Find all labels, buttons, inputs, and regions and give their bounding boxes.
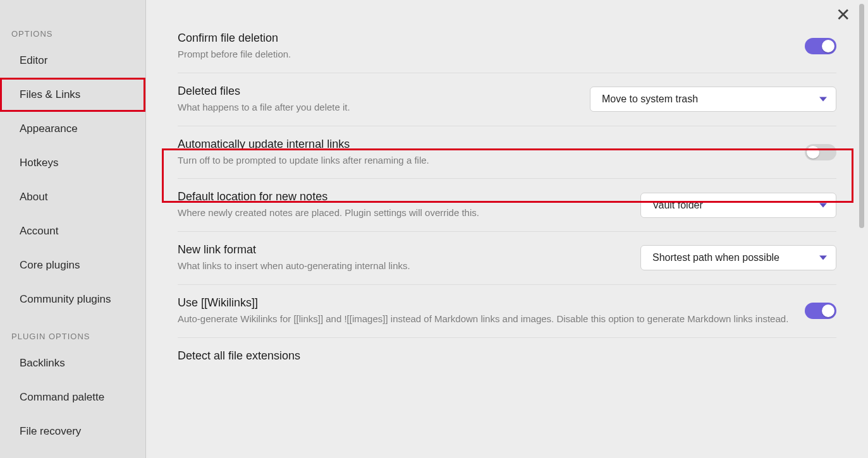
setting-new-link-format: New link format What links to insert whe… [178, 232, 836, 285]
setting-control: Vault folder [640, 193, 836, 218]
sidebar-item-core-plugins[interactable]: Core plugins [0, 248, 145, 282]
setting-text: Detect all file extensions [178, 349, 836, 365]
sidebar-section-title-options: OPTIONS [0, 21, 145, 44]
sidebar-item-label: About [20, 191, 47, 203]
dropdown-value: Vault folder [652, 200, 703, 210]
settings-sidebar: OPTIONS Editor Files & Links Appearance … [0, 0, 146, 458]
setting-control [805, 144, 836, 160]
dropdown-value: Shortest path when possible [652, 252, 779, 263]
sidebar-section-title-plugin-options: PLUGIN OPTIONS [0, 324, 145, 346]
sidebar-item-files-links[interactable]: Files & Links [0, 78, 145, 112]
sidebar-item-account[interactable]: Account [0, 214, 145, 248]
sidebar-item-label: Backlinks [20, 357, 65, 369]
settings-content: ✕ Confirm file deletion Prompt before fi… [146, 0, 868, 458]
link-format-dropdown[interactable]: Shortest path when possible [640, 245, 836, 270]
setting-desc: Where newly created notes are placed. Pl… [178, 206, 625, 220]
setting-detect-extensions: Detect all file extensions [178, 338, 836, 377]
sidebar-item-appearance[interactable]: Appearance [0, 112, 145, 146]
setting-control [805, 303, 836, 319]
setting-title: New link format [178, 243, 625, 256]
setting-deleted-files: Deleted files What happens to a file aft… [178, 73, 836, 126]
sidebar-item-editor[interactable]: Editor [0, 44, 145, 78]
chevron-down-icon [819, 97, 827, 102]
setting-title: Default location for new notes [178, 190, 625, 203]
settings-modal: OPTIONS Editor Files & Links Appearance … [0, 0, 868, 458]
setting-default-location: Default location for new notes Where new… [178, 179, 836, 232]
close-icon: ✕ [836, 5, 850, 25]
setting-title: Use [[Wikilinks]] [178, 296, 790, 310]
sidebar-item-label: Appearance [20, 123, 78, 135]
deleted-files-dropdown[interactable]: Move to system trash [590, 87, 836, 112]
setting-desc: What links to insert when auto-generatin… [178, 259, 625, 273]
setting-text: Use [[Wikilinks]] Auto-generate Wikilink… [178, 296, 805, 326]
close-button[interactable]: ✕ [836, 6, 850, 24]
sidebar-item-about[interactable]: About [0, 180, 145, 214]
auto-update-links-toggle[interactable] [805, 144, 836, 160]
scrollbar[interactable] [859, 4, 864, 228]
setting-text: Deleted files What happens to a file aft… [178, 85, 590, 114]
sidebar-item-label: Editor [20, 54, 47, 66]
sidebar-item-label: File recovery [20, 425, 81, 437]
sidebar-item-label: Account [20, 225, 58, 237]
setting-text: Default location for new notes Where new… [178, 190, 640, 220]
setting-text: Confirm file deletion Prompt before file… [178, 32, 805, 61]
setting-desc: Turn off to be prompted to update links … [178, 154, 790, 167]
confirm-file-deletion-toggle[interactable] [805, 38, 836, 54]
sidebar-item-label: Command palette [20, 391, 104, 403]
setting-control: Shortest path when possible [640, 245, 836, 270]
sidebar-item-label: Community plugins [20, 293, 111, 305]
setting-title: Confirm file deletion [178, 32, 790, 45]
sidebar-item-hotkeys[interactable]: Hotkeys [0, 146, 145, 180]
setting-desc: Prompt before file deletion. [178, 47, 790, 61]
sidebar-item-label: Core plugins [20, 259, 80, 271]
setting-use-wikilinks: Use [[Wikilinks]] Auto-generate Wikilink… [178, 285, 836, 338]
setting-desc: What happens to a file after you delete … [178, 100, 575, 114]
setting-title: Deleted files [178, 85, 575, 98]
sidebar-item-label: Files & Links [20, 88, 80, 100]
default-location-dropdown[interactable]: Vault folder [640, 193, 836, 218]
setting-title: Automatically update internal links [178, 138, 790, 151]
chevron-down-icon [819, 203, 827, 207]
sidebar-item-backlinks[interactable]: Backlinks [0, 346, 145, 380]
setting-confirm-file-deletion: Confirm file deletion Prompt before file… [178, 20, 836, 73]
toggle-knob [807, 146, 819, 159]
sidebar-item-community-plugins[interactable]: Community plugins [0, 282, 145, 316]
setting-desc: Auto-generate Wikilinks for [[links]] an… [178, 312, 790, 326]
use-wikilinks-toggle[interactable] [805, 303, 836, 319]
setting-text: Automatically update internal links Turn… [178, 138, 805, 167]
chevron-down-icon [819, 256, 827, 260]
sidebar-item-command-palette[interactable]: Command palette [0, 380, 145, 414]
setting-control: Move to system trash [590, 87, 836, 112]
dropdown-value: Move to system trash [602, 93, 698, 104]
toggle-knob [822, 40, 834, 52]
setting-auto-update-links: Automatically update internal links Turn… [178, 126, 836, 179]
setting-text: New link format What links to insert whe… [178, 243, 640, 273]
sidebar-item-label: Hotkeys [20, 157, 58, 169]
setting-title: Detect all file extensions [178, 349, 821, 363]
setting-control [805, 38, 836, 54]
toggle-knob [822, 304, 834, 317]
sidebar-item-file-recovery[interactable]: File recovery [0, 414, 145, 449]
